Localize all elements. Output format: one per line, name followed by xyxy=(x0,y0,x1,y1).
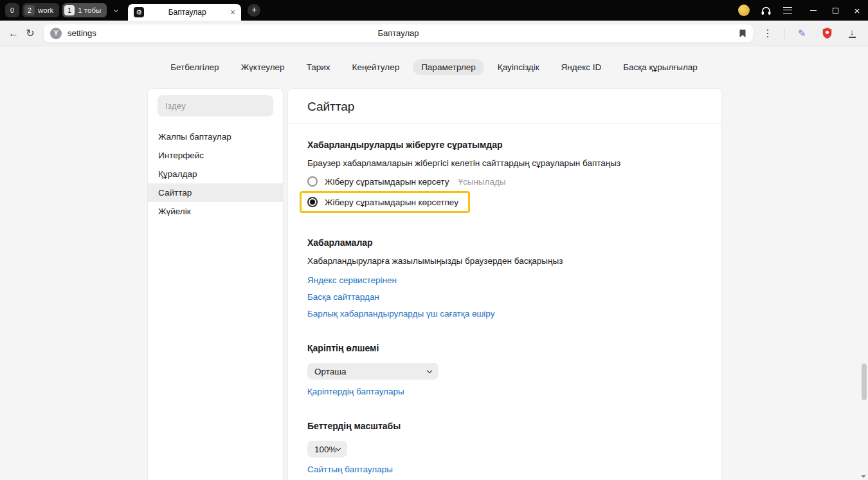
plus-icon: + xyxy=(251,5,257,15)
refresh-icon: ↻ xyxy=(26,27,34,39)
download-bar xyxy=(849,37,856,38)
chevron-down-icon xyxy=(427,368,432,373)
sidebar-item-interface[interactable]: Интерфейс xyxy=(148,146,283,165)
window-close-icon: × xyxy=(854,6,860,15)
radio-dot xyxy=(310,199,315,205)
radio-label: Жіберу сұратымдарын көрсетпеу xyxy=(325,198,458,207)
select-value: Орташа xyxy=(314,367,347,376)
search-box[interactable] xyxy=(158,95,273,116)
window-titlebar: 0 2 work 1 1 тобы ⚙ Баптаулар × + × xyxy=(0,0,868,21)
radio-icon-selected[interactable] xyxy=(307,197,318,207)
protect-shield-icon[interactable] xyxy=(818,25,835,42)
page-title-center: Баптаулар xyxy=(44,28,753,38)
close-icon[interactable]: × xyxy=(230,8,235,17)
radio-option-show-requests[interactable]: Жіберу сұратымдарын көрсету Ұсынылады xyxy=(307,176,702,187)
radio-label: Жіберу сұратымдарын көрсету xyxy=(325,177,449,187)
nav-settings[interactable]: Параметрлер xyxy=(413,59,484,75)
tab-title: Баптаулар xyxy=(144,8,230,17)
sidebar-item-tools[interactable]: Құралдар xyxy=(148,165,283,183)
settings-sidebar: Жалпы баптаулар Интерфейс Құралдар Сайтт… xyxy=(148,89,283,480)
sidebar-list: Жалпы баптаулар Интерфейс Құралдар Сайтт… xyxy=(148,127,283,221)
chevron-down-icon xyxy=(114,7,118,12)
maximize-icon xyxy=(833,8,838,14)
tab-settings[interactable]: ⚙ Баптаулар × xyxy=(128,4,241,21)
new-tab-button[interactable]: + xyxy=(248,4,260,17)
menu-icon[interactable] xyxy=(783,7,792,14)
tab-group-chevron-down-icon[interactable] xyxy=(110,3,122,17)
maximize-button[interactable] xyxy=(824,0,846,21)
scrollbar-thumb[interactable] xyxy=(862,364,867,400)
browser-toolbar: ← ↻ Y settings Баптаулар ⋮ ✎ ↓ xyxy=(0,21,868,46)
tab-group-count: 0 xyxy=(10,5,14,15)
minimize-button[interactable] xyxy=(802,0,824,21)
sidebar-item-general[interactable]: Жалпы баптаулар xyxy=(148,127,283,146)
minimize-icon xyxy=(810,10,817,11)
push-requests-description: Браузер хабарламаларын жібергісі келетін… xyxy=(307,158,702,168)
download-icon[interactable]: ↓ xyxy=(844,25,860,42)
radio-icon-unselected[interactable] xyxy=(307,176,318,187)
download-arrow: ↓ xyxy=(850,29,854,35)
sidebar-item-sites[interactable]: Сайттар xyxy=(148,183,283,202)
section-heading-push-requests: Хабарландыруларды жіберуге сұратымдар xyxy=(307,140,702,150)
gear-icon: ⚙ xyxy=(134,7,144,17)
bookmark-icon[interactable] xyxy=(739,29,746,38)
tab-group-label: 1 тобы xyxy=(78,6,101,14)
headphones-icon[interactable] xyxy=(761,6,772,15)
tab-group-label: work xyxy=(38,6,53,14)
tab-group-work[interactable]: 2 work xyxy=(23,3,59,17)
nav-security[interactable]: Қауіпсіздік xyxy=(489,59,548,75)
link-site-settings[interactable]: Сайттың баптаулары xyxy=(307,465,393,474)
section-heading-page-zoom: Беттердің масштабы xyxy=(307,421,702,431)
back-button[interactable]: ← xyxy=(5,25,22,42)
nav-downloads[interactable]: Жүктеулер xyxy=(233,59,293,75)
select-value: 100% xyxy=(314,445,337,454)
settings-nav: Бетбелгілер Жүктеулер Тарих Кеңейтулер П… xyxy=(0,47,868,75)
nav-history[interactable]: Тарих xyxy=(298,59,339,75)
link-yandex-services[interactable]: Яндекс сервистерінен xyxy=(307,275,397,285)
radio-option-hide-requests[interactable]: Жіберу сұратымдарын көрсетпеу xyxy=(307,197,458,207)
section-heading-font-size: Қаріптің өлшемі xyxy=(307,343,702,353)
search-input[interactable] xyxy=(158,101,273,111)
toolbar-divider xyxy=(784,28,785,39)
avatar[interactable] xyxy=(738,5,750,16)
back-icon: ← xyxy=(8,28,19,39)
tab-group-collapsed[interactable]: 0 xyxy=(5,3,19,17)
window-close-button[interactable]: × xyxy=(846,0,868,21)
page-title: Сайттар xyxy=(288,89,721,124)
url-text: settings xyxy=(68,28,96,38)
settings-content: Сайттар Хабарландыруларды жіберуге сұрат… xyxy=(288,89,721,480)
titlebar-right-cluster: × xyxy=(738,0,868,21)
link-font-settings[interactable]: Қаріптердің баптаулары xyxy=(307,387,404,396)
settings-page: Бетбелгілер Жүктеулер Тарих Кеңейтулер П… xyxy=(0,47,868,480)
notifications-description: Хабарландыруларға жазылымыңызды браузерд… xyxy=(307,256,702,266)
scrollbar-down-arrow[interactable] xyxy=(861,475,866,478)
sidebar-item-system[interactable]: Жүйелік xyxy=(148,202,283,221)
kebab-menu-icon[interactable]: ⋮ xyxy=(759,25,776,42)
settings-body: Хабарландыруларды жіберуге сұратымдар Бр… xyxy=(288,140,721,474)
toolbar-actions: ⋮ ✎ ↓ xyxy=(759,25,860,42)
nav-yandex-id[interactable]: Яндекс ID xyxy=(553,59,610,75)
nav-bookmarks[interactable]: Бетбелгілер xyxy=(162,59,227,75)
nav-other-devices[interactable]: Басқа құрылғылар xyxy=(615,59,706,75)
tab-group-count: 2 xyxy=(24,5,35,15)
refresh-button[interactable]: ↻ xyxy=(22,25,39,42)
recommended-badge: Ұсынылады xyxy=(458,177,505,187)
highlight-box: Жіберу сұратымдарын көрсетпеу xyxy=(300,191,470,213)
link-other-sites[interactable]: Басқа сайттардан xyxy=(307,292,379,302)
link-mute-all-3h[interactable]: Барлық хабарландыруларды үш сағатқа өшір… xyxy=(307,309,494,318)
edit-pencil-icon[interactable]: ✎ xyxy=(793,25,810,42)
nav-extensions[interactable]: Кеңейтулер xyxy=(344,59,408,75)
tab-group-active[interactable]: 1 1 тобы xyxy=(62,3,107,17)
site-icon: Y xyxy=(50,28,62,39)
tab-group-count: 1 xyxy=(64,5,75,15)
address-bar[interactable]: Y settings Баптаулар xyxy=(44,24,753,42)
font-size-select[interactable]: Орташа xyxy=(307,363,439,380)
section-heading-notifications: Хабарламалар xyxy=(307,237,702,248)
page-zoom-select[interactable]: 100% xyxy=(307,441,347,457)
